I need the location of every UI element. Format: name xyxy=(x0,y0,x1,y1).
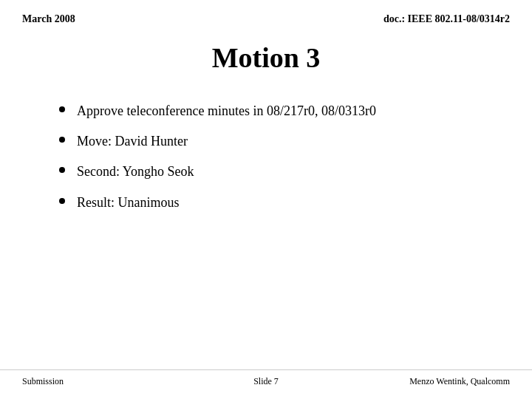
slide-header: March 2008 doc.: IEEE 802.11-08/0314r2 xyxy=(0,0,532,25)
title-section: Motion 3 xyxy=(0,41,532,74)
slide-title: Motion 3 xyxy=(22,41,510,74)
bullet-icon xyxy=(59,106,65,112)
list-item: Move: David Hunter xyxy=(59,132,488,151)
header-doc-id: doc.: IEEE 802.11-08/0314r2 xyxy=(383,13,510,25)
bullet-icon xyxy=(59,137,65,143)
list-item-text: Approve teleconference minutes in 08/217… xyxy=(77,102,376,120)
slide-footer: Submission Slide 7 Menzo Wentink, Qualco… xyxy=(0,369,532,387)
list-item-text: Result: Unanimous xyxy=(77,194,180,212)
content-section: Approve teleconference minutes in 08/217… xyxy=(0,102,532,212)
bullet-icon xyxy=(59,198,65,204)
bullet-icon xyxy=(59,167,65,173)
footer-slide-number: Slide 7 xyxy=(253,376,279,387)
header-date: March 2008 xyxy=(22,13,75,25)
list-item: Second: Yongho Seok xyxy=(59,163,488,181)
bullet-list: Approve teleconference minutes in 08/217… xyxy=(59,102,488,212)
list-item: Result: Unanimous xyxy=(59,194,488,212)
list-item: Approve teleconference minutes in 08/217… xyxy=(59,102,488,120)
footer-submission: Submission xyxy=(22,376,64,387)
list-item-text: Second: Yongho Seok xyxy=(77,163,194,181)
slide: March 2008 doc.: IEEE 802.11-08/0314r2 M… xyxy=(0,0,532,399)
list-item-text: Move: David Hunter xyxy=(77,132,188,151)
footer-author: Menzo Wentink, Qualcomm xyxy=(409,376,510,387)
